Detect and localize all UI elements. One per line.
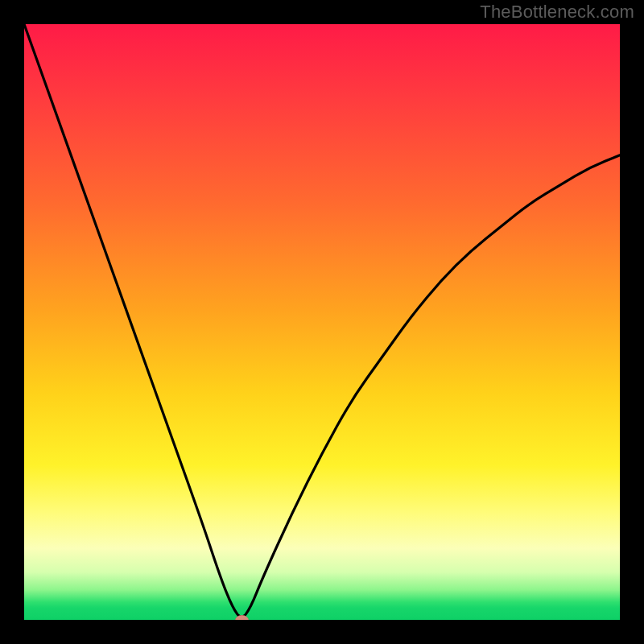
chart-container: TheBottleneck.com — [0, 0, 644, 644]
bottleneck-curve — [24, 24, 620, 620]
attribution-text: TheBottleneck.com — [480, 2, 634, 23]
plot-area — [24, 24, 620, 620]
curve-path — [24, 24, 620, 617]
